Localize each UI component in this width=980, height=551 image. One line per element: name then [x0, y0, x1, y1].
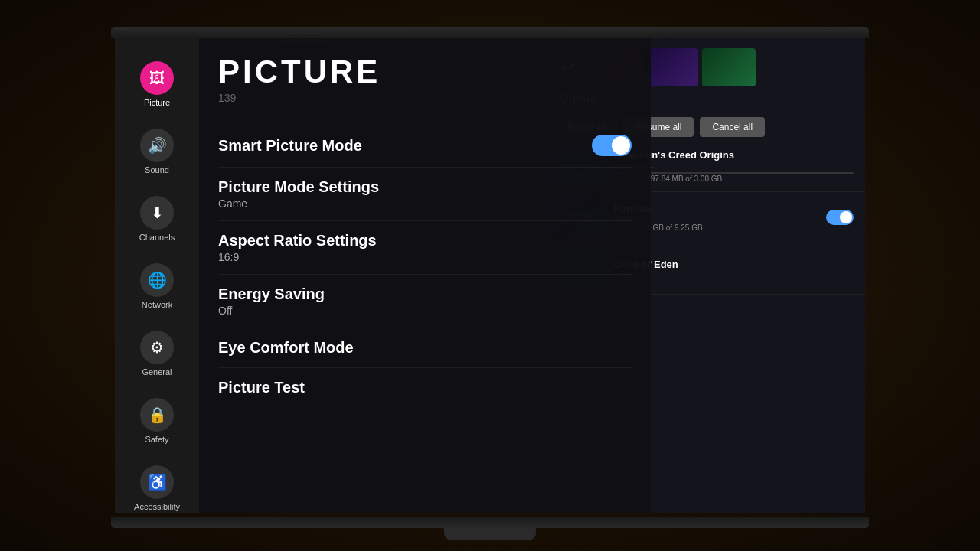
setting-aspect-ratio-text: Aspect Ratio Settings 16:9 — [218, 232, 377, 263]
settings-list: Smart Picture Mode Picture Mode Settings… — [199, 112, 651, 419]
sidebar-item-label-sound: Sound — [145, 165, 169, 174]
smart-picture-toggle-knob — [612, 136, 630, 155]
sidebar-item-label-network: Network — [142, 300, 172, 309]
thumbnail-preview-3[interactable] — [702, 48, 756, 86]
setting-energy-saving-row: Energy Saving Off — [218, 285, 632, 317]
setting-picture-mode-label: Picture Mode Settings — [218, 178, 379, 196]
thumbnail-preview-2[interactable] — [645, 48, 698, 86]
setting-eye-comfort[interactable]: Eye Comfort Mode — [218, 328, 632, 368]
safety-icon: 🔒 — [140, 398, 174, 432]
sidebar-item-picture[interactable]: 🖼 Picture — [122, 54, 191, 115]
setting-picture-test-row: Picture Test — [218, 379, 632, 396]
picture-icon: 🖼 — [140, 61, 174, 95]
picture-header: PICTURE 139 — [199, 38, 651, 112]
setting-energy-saving-value: Off — [218, 305, 325, 317]
sidebar-item-label-safety: Safety — [145, 435, 168, 444]
setting-aspect-ratio-value: 16:9 — [218, 251, 377, 263]
fortnite-toggle-knob — [840, 211, 852, 223]
picture-title: PICTURE — [218, 54, 632, 90]
setting-smart-picture-label: Smart Picture Mode — [218, 137, 362, 155]
sidebar-item-label-general: General — [142, 367, 172, 377]
sidebar-item-label-picture: Picture — [144, 98, 170, 107]
sound-icon: 🔊 — [140, 129, 174, 162]
setting-energy-saving-text: Energy Saving Off — [218, 285, 325, 317]
setting-aspect-ratio-label: Aspect Ratio Settings — [218, 232, 377, 249]
channel-number: 139 — [218, 92, 632, 104]
setting-energy-saving-label: Energy Saving — [218, 285, 325, 303]
smart-picture-toggle[interactable] — [592, 135, 632, 156]
channels-icon: ⬇ — [140, 196, 174, 230]
setting-energy-saving[interactable]: Energy Saving Off — [218, 275, 632, 328]
screen: 🖼 Picture 🔊 Sound ⬇ Channels 🌐 Network ⚙… — [115, 38, 865, 513]
sidebar-item-safety[interactable]: 🔒 Safety — [122, 390, 191, 452]
cancel-all-button[interactable]: Cancel all — [700, 117, 765, 137]
setting-smart-picture-row: Smart Picture Mode — [218, 135, 632, 156]
general-icon: ⚙ — [140, 331, 174, 364]
tv-frame: 🖼 Picture 🔊 Sound ⬇ Channels 🌐 Network ⚙… — [0, 0, 980, 551]
setting-smart-picture-mode[interactable]: Smart Picture Mode — [218, 124, 632, 168]
setting-picture-test[interactable]: Picture Test — [218, 368, 632, 407]
setting-picture-test-label: Picture Test — [218, 379, 305, 396]
main-content: ↩ Queue Pause all Resume all Cancel all — [199, 38, 865, 513]
network-icon: 🌐 — [140, 263, 174, 297]
accessibility-icon: ♿ — [140, 465, 174, 499]
setting-eye-comfort-label: Eye Comfort Mode — [218, 339, 354, 357]
tv-bezel-top — [111, 27, 869, 38]
setting-aspect-ratio[interactable]: Aspect Ratio Settings 16:9 — [218, 221, 632, 275]
setting-picture-mode-text: Picture Mode Settings Game — [218, 178, 379, 210]
sidebar-item-label-channels: Channels — [139, 233, 175, 242]
sidebar-item-label-accessibility: Accessibility — [134, 502, 180, 511]
setting-eye-comfort-row: Eye Comfort Mode — [218, 339, 632, 357]
sidebar-item-channels[interactable]: ⬇ Channels — [122, 188, 191, 249]
fortnite-toggle[interactable] — [826, 210, 854, 225]
tv-bezel-bottom — [111, 517, 869, 528]
sidebar-item-network[interactable]: 🌐 Network — [122, 256, 191, 317]
sidebar-item-general[interactable]: ⚙ General — [122, 323, 191, 384]
sidebar: 🖼 Picture 🔊 Sound ⬇ Channels 🌐 Network ⚙… — [115, 38, 199, 513]
setting-picture-mode-row: Picture Mode Settings Game — [218, 178, 632, 210]
picture-panel: PICTURE 139 Smart Picture Mode — [199, 38, 651, 513]
setting-picture-mode-value: Game — [218, 197, 379, 210]
setting-picture-mode[interactable]: Picture Mode Settings Game — [218, 168, 632, 221]
sidebar-item-accessibility[interactable]: ♿ Accessibility — [122, 458, 191, 513]
setting-aspect-ratio-row: Aspect Ratio Settings 16:9 — [218, 232, 632, 263]
tv-stand — [444, 528, 536, 540]
sidebar-item-sound[interactable]: 🔊 Sound — [122, 121, 191, 182]
